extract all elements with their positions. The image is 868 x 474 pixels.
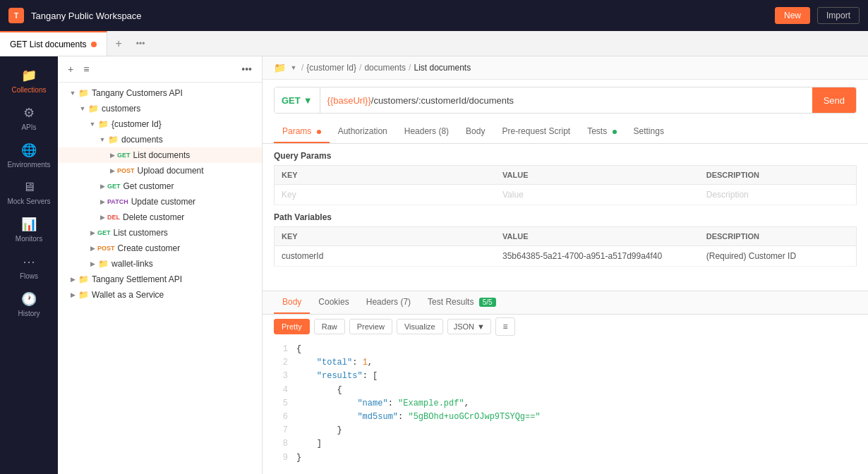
tree-item-wallet-as-a-service[interactable]: ▶ 📁 Wallet as a Service [58, 287, 262, 303]
tree-item-delete-customer[interactable]: ▶ DEL Delete customer [58, 209, 262, 225]
request-tabs: Params Authorization Headers (8) Body Pr… [263, 121, 868, 144]
query-key-placeholder[interactable]: Key [275, 185, 496, 205]
breadcrumb-documents[interactable]: documents [364, 63, 406, 73]
tree-item-tangany-customers-api[interactable]: ▼ 📁 Tangany Customers API [58, 85, 262, 101]
tree-item-tangany-settlement-api[interactable]: ▶ 📁 Tangany Settlement API [58, 272, 262, 287]
breadcrumb-sep: / [301, 63, 303, 73]
res-tab-cookies[interactable]: Cookies [310, 291, 357, 314]
code-line-1: 1 { [274, 343, 857, 356]
sidebar-item-environments[interactable]: 🌐 Environments [0, 137, 58, 174]
format-btn-pretty[interactable]: Pretty [274, 319, 310, 334]
path-value-customer-id[interactable]: 35b64385-5a21-4700-a951-a517d99a4f40 [495, 246, 699, 267]
chevron-icon: ▶ [97, 197, 107, 207]
panel-filter-button[interactable]: ≡ [80, 62, 92, 76]
tree-item-documents[interactable]: ▼ 📁 documents [58, 132, 262, 147]
chevron-icon: ▶ [97, 212, 107, 222]
params-tab-dot [317, 130, 321, 134]
folder-icon: 📁 [97, 259, 109, 269]
method-badge-get: GET [97, 229, 111, 236]
tree-item-label: Delete customer [123, 212, 184, 222]
tree-item-customer-id[interactable]: ▼ 📁 {customer Id} [58, 116, 262, 132]
path-variables-table: KEY VALUE DESCRIPTION customerId 35b6438… [274, 226, 857, 267]
format-btn-preview[interactable]: Preview [349, 319, 392, 334]
tree-item-create-customer[interactable]: ▶ POST Create customer [58, 241, 262, 256]
sidebar-item-collections[interactable]: 📁 Collections [0, 62, 58, 99]
sidebar-item-mock-servers[interactable]: 🖥 Mock Servers [0, 174, 58, 211]
table-row: customerId 35b64385-5a21-4700-a951-a517d… [275, 246, 857, 267]
tab-pre-request-script[interactable]: Pre-request Script [493, 121, 579, 143]
chevron-icon: ▶ [88, 228, 97, 238]
tree-item-customers[interactable]: ▼ 📁 customers [58, 101, 262, 116]
tests-tab-dot [613, 130, 617, 134]
tree-item-label: Tangany Customers API [92, 88, 183, 98]
tab-add-button[interactable]: + [107, 31, 131, 56]
code-line-5: 5 "name": "Example.pdf", [274, 397, 857, 411]
wrap-button[interactable]: ≡ [495, 317, 515, 336]
request-panel: 📁 ▼ / {customer Id} / documents / List d… [263, 56, 868, 474]
tree-item-label: List customers [114, 228, 168, 238]
tree-item-wallet-links[interactable]: ▶ 📁 wallet-links [58, 256, 262, 272]
tab-headers[interactable]: Headers (8) [396, 121, 457, 143]
tab-more-button[interactable]: ••• [131, 31, 151, 56]
sidebar: 📁 Collections ⚙ APIs 🌐 Environments 🖥 Mo… [0, 56, 58, 474]
folder-icon: 📁 [78, 290, 89, 300]
method-badge-del: DEL [107, 214, 120, 221]
apis-icon: ⚙ [23, 105, 35, 121]
query-desc-placeholder[interactable]: Description [699, 185, 857, 205]
panel-more-button[interactable]: ••• [239, 62, 255, 76]
url-base: {{baseUrl}} [327, 95, 371, 106]
tree-item-label: Update customer [131, 197, 195, 207]
panel-add-button[interactable]: + [65, 62, 76, 76]
chevron-icon: ▶ [107, 166, 117, 176]
col-header-value: VALUE [495, 166, 699, 185]
col-header-key2: KEY [275, 227, 496, 246]
tree-item-list-documents[interactable]: ▶ GET List documents [58, 147, 262, 163]
tree-item-upload-document[interactable]: ▶ POST Upload document [58, 163, 262, 178]
folder-icon: 📁 [97, 119, 109, 129]
tab-list-documents[interactable]: GET List documents [0, 31, 107, 56]
tab-settings[interactable]: Settings [625, 121, 673, 143]
table-row: Key Value Description [275, 185, 857, 205]
environments-icon: 🌐 [21, 142, 37, 158]
folder-icon: 📁 [107, 135, 119, 145]
sidebar-item-apis[interactable]: ⚙ APIs [0, 99, 58, 137]
params-area: Query Params KEY VALUE DESCRIPTION Key V… [263, 144, 868, 291]
tab-authorization[interactable]: Authorization [330, 121, 396, 143]
sidebar-item-label-collections: Collections [12, 86, 47, 94]
tab-body[interactable]: Body [457, 121, 493, 143]
col-header-desc2: DESCRIPTION [699, 227, 857, 246]
method-badge-post: POST [97, 245, 115, 252]
tab-tests[interactable]: Tests [579, 121, 625, 143]
tree-item-update-customer[interactable]: ▶ PATCH Update customer [58, 194, 262, 209]
code-line-2: 2 "total": 1, [274, 356, 857, 370]
tab-params[interactable]: Params [274, 121, 330, 143]
sidebar-item-flows[interactable]: ⋯ Flows [0, 248, 58, 286]
monitors-icon: 📊 [21, 217, 37, 232]
url-input[interactable]: {{baseUrl}}/customers/:customerId/docume… [320, 95, 812, 106]
chevron-icon: ▶ [68, 290, 78, 300]
send-button[interactable]: Send [812, 87, 856, 113]
sidebar-item-history[interactable]: 🕐 History [0, 286, 58, 323]
res-tab-test-results[interactable]: Test Results 5/5 [419, 291, 505, 314]
import-button[interactable]: Import [817, 7, 860, 24]
res-tab-body[interactable]: Body [274, 291, 310, 314]
method-chevron: ▼ [303, 95, 313, 106]
sidebar-item-monitors[interactable]: 📊 Monitors [0, 211, 58, 248]
folder-icon: 📁 [78, 88, 89, 98]
new-button[interactable]: New [775, 7, 810, 24]
col-header-value2: VALUE [495, 227, 699, 246]
tree-item-get-customer[interactable]: ▶ GET Get customer [58, 178, 262, 194]
tree-item-list-customers[interactable]: ▶ GET List customers [58, 225, 262, 241]
code-line-8: 8 ] [274, 437, 857, 451]
method-select[interactable]: GET ▼ [275, 87, 320, 113]
path-key-customer-id[interactable]: customerId [275, 246, 496, 267]
format-btn-raw[interactable]: Raw [314, 319, 345, 334]
collections-panel: + ≡ ••• ▼ 📁 Tangany Customers API ▼ 📁 cu… [58, 56, 263, 474]
tree-item-label: List documents [133, 150, 191, 160]
format-type-select[interactable]: JSON ▼ [447, 319, 491, 334]
res-tab-headers[interactable]: Headers (7) [358, 291, 419, 314]
query-value-placeholder[interactable]: Value [495, 185, 699, 205]
format-btn-visualize[interactable]: Visualize [397, 319, 443, 334]
breadcrumb-customer-id[interactable]: {customer Id} [306, 63, 356, 73]
breadcrumb-current: List documents [414, 63, 471, 73]
